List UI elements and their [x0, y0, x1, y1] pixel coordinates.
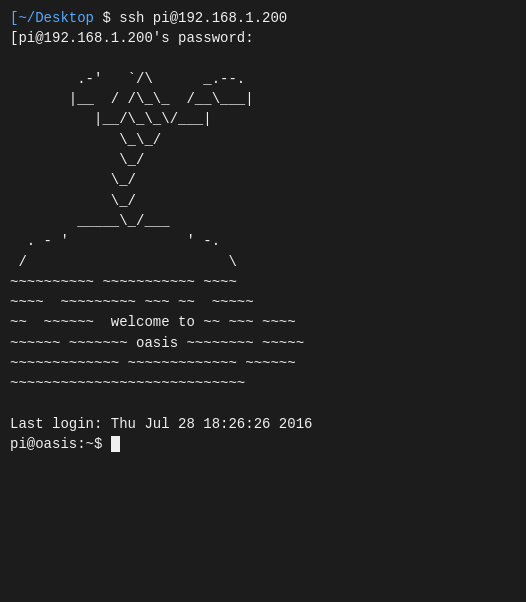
final-prompt-text: pi@oasis:~$ [10, 436, 111, 452]
wave-line-4: ~~~~~~ ~~~~~~~ oasis ~~~~~~~~ ~~~~~ [10, 333, 516, 353]
ascii-line-6: \_/ [10, 170, 516, 190]
last-login-text: Last login: Thu Jul 28 18:26:26 2016 [10, 416, 312, 432]
password-prompt-text: [pi@192.168.1.200's password: [10, 30, 254, 46]
final-prompt-line: pi@oasis:~$ [10, 434, 516, 454]
wave-line-2: ~~~~ ~~~~~~~~~ ~~~ ~~ ~~~~~ [10, 292, 516, 312]
command-text: ssh pi@192.168.1.200 [119, 10, 287, 26]
ascii-line-3: |__/\_\_\/___| [10, 109, 516, 129]
ascii-line-8: _____\_/___ [10, 211, 516, 231]
terminal-window: [~/Desktop $ ssh pi@192.168.1.200 [pi@19… [0, 0, 526, 602]
ascii-line-4: \_\_/ [10, 130, 516, 150]
wave-line-6: ~~~~~~~~~~~~~~~~~~~~~~~~~~~~ [10, 373, 516, 393]
blank-line-2 [10, 394, 516, 414]
ascii-line-7: \_/ [10, 191, 516, 211]
ascii-line-5: \_/ [10, 150, 516, 170]
wave-line-1: ~~~~~~~~~~ ~~~~~~~~~~~ ~~~~ [10, 272, 516, 292]
command-line-1: [~/Desktop $ ssh pi@192.168.1.200 [10, 8, 516, 28]
blank-line-1 [10, 49, 516, 69]
ascii-line-10: / \ [10, 252, 516, 272]
wave-line-5: ~~~~~~~~~~~~~ ~~~~~~~~~~~~~ ~~~~~~ [10, 353, 516, 373]
last-login-line: Last login: Thu Jul 28 18:26:26 2016 [10, 414, 516, 434]
cursor [111, 436, 120, 452]
prompt-dollar: $ [94, 10, 119, 26]
wave-line-3: ~~ ~~~~~~ welcome to ~~ ~~~ ~~~~ [10, 312, 516, 332]
ascii-line-1: .-' `/\ _.--. [10, 69, 516, 89]
prompt-path: [~/Desktop [10, 10, 94, 26]
ascii-line-9: . - ' ' -. [10, 231, 516, 251]
ascii-line-2: |__ / /\_\_ /__\___| [10, 89, 516, 109]
password-prompt: [pi@192.168.1.200's password: [10, 28, 516, 48]
